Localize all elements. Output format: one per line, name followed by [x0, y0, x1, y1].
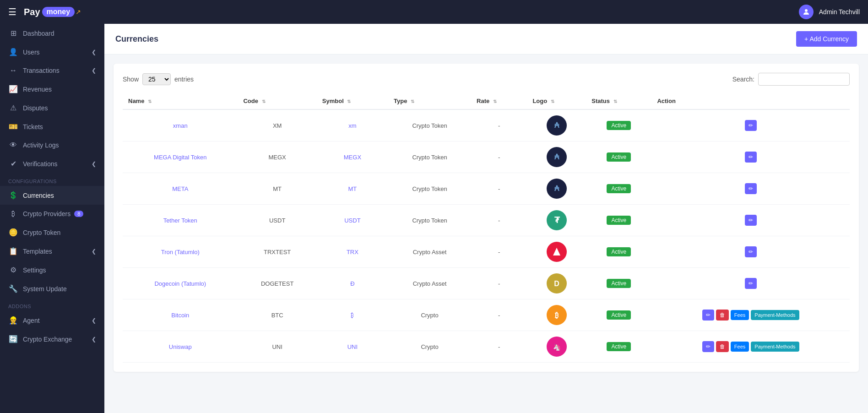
crypto-providers-badge: 8 — [74, 211, 83, 217]
chevron-right-icon: ❮ — [92, 67, 96, 74]
logo-cursor: ↗ — [76, 8, 81, 16]
currency-status: Active — [586, 236, 651, 268]
section-addons: Addons — [0, 298, 104, 311]
page-header: Currencies + Add Currency — [104, 24, 868, 54]
currency-actions: ✏🗑FeesPayment-Methods — [651, 299, 850, 331]
svg-text:₳: ₳ — [554, 185, 559, 192]
edit-button[interactable]: ✏ — [745, 120, 757, 131]
sidebar-item-system-update[interactable]: 🔧 System Update — [0, 279, 104, 298]
currency-type: Crypto — [388, 299, 471, 331]
search-label: Search: — [732, 76, 754, 83]
currency-type: Crypto Token — [388, 141, 471, 173]
sidebar-item-verifications[interactable]: ✔ Verifications ❮ — [0, 154, 104, 173]
sidebar-item-dashboard[interactable]: ⊞ Dashboard — [0, 24, 104, 43]
table-header-row: Name ⇅ Code ⇅ Symbol ⇅ Type ⇅ Rate ⇅ Log… — [123, 93, 850, 109]
currency-type: Crypto Asset — [388, 268, 471, 299]
status-badge: Active — [607, 216, 631, 225]
table-row: META MT MT Crypto Token - ₳ Active ✏ — [123, 173, 850, 205]
transactions-icon: ↔ — [8, 66, 18, 75]
currency-symbol: Đ — [317, 268, 388, 299]
payment-methods-button[interactable]: Payment-Methods — [751, 342, 799, 352]
sort-icon: ⇅ — [347, 99, 351, 104]
users-icon: 👤 — [8, 48, 18, 56]
sidebar-item-templates[interactable]: 📋 Templates ❮ — [0, 242, 104, 261]
sidebar-item-crypto-exchange[interactable]: 🔄 Crypto Exchange ❮ — [0, 330, 104, 348]
sidebar-item-label: Crypto Providers — [23, 210, 71, 217]
sidebar: ⊞ Dashboard 👤 Users ❮ ↔ Transactions ❮ 📈… — [0, 24, 104, 413]
sidebar-item-label: Crypto Exchange — [23, 336, 72, 343]
sidebar-item-disputes[interactable]: ⚠ Disputes — [0, 98, 104, 117]
status-badge: Active — [607, 247, 631, 256]
status-badge: Active — [607, 152, 631, 162]
edit-button[interactable]: ✏ — [745, 215, 757, 226]
currency-symbol: MEGX — [317, 141, 388, 173]
sidebar-item-crypto-token[interactable]: 🪙 Crypto Token — [0, 223, 104, 242]
col-status: Status ⇅ — [586, 93, 651, 109]
add-currency-button[interactable]: + Add Currency — [796, 31, 857, 47]
col-rate: Rate ⇅ — [471, 93, 527, 109]
sidebar-item-crypto-providers[interactable]: ₿ Crypto Providers 8 — [0, 205, 104, 223]
sidebar-item-label: Settings — [23, 266, 46, 274]
sidebar-item-label: Disputes — [23, 104, 48, 112]
delete-button[interactable]: 🗑 — [716, 341, 729, 352]
show-label: Show — [123, 76, 139, 83]
currency-name: Dogecoin (Tatumlo) — [123, 268, 238, 299]
sidebar-item-label: Currencies — [23, 192, 54, 199]
username-label: Admin Techvill — [819, 8, 860, 16]
currencies-table: Name ⇅ Code ⇅ Symbol ⇅ Type ⇅ Rate ⇅ Log… — [123, 93, 850, 363]
currency-actions: ✏ — [651, 173, 850, 205]
table-row: Tether Token USDT USDT Crypto Token - ₮ … — [123, 205, 850, 236]
logo-money: money — [42, 7, 75, 17]
currency-name: Uniswap — [123, 331, 238, 363]
edit-button[interactable]: ✏ — [745, 278, 757, 289]
currency-rate: - — [471, 141, 527, 173]
currency-logo — [527, 236, 586, 268]
currency-name: META — [123, 173, 238, 205]
fees-button[interactable]: Fees — [731, 310, 749, 320]
currency-symbol: xm — [317, 109, 388, 141]
table-row: xman XM xm Crypto Token - ₳ Active ✏ — [123, 109, 850, 141]
currency-name: Tron (Tatumlo) — [123, 236, 238, 268]
sidebar-item-revenues[interactable]: 📈 Revenues — [0, 80, 104, 98]
edit-button[interactable]: ✏ — [745, 152, 757, 163]
disputes-icon: ⚠ — [8, 103, 18, 112]
sidebar-item-users[interactable]: 👤 Users ❮ — [0, 43, 104, 61]
currencies-table-container: Show 25 50 100 entries Search: Name ⇅ Co… — [114, 64, 859, 372]
sidebar-item-agent[interactable]: 👷 Agent ❮ — [0, 311, 104, 330]
currency-logo: ₳ — [527, 173, 586, 205]
col-action: Action — [651, 93, 850, 109]
topbar: ☰ Pay money ↗ Admin Techvill — [0, 0, 868, 24]
fees-button[interactable]: Fees — [731, 342, 749, 352]
svg-text:₿: ₿ — [555, 311, 559, 319]
sidebar-item-activity-logs[interactable]: 👁 Activity Logs — [0, 136, 104, 154]
sidebar-item-currencies[interactable]: 💲 Currencies — [0, 186, 104, 205]
hamburger-menu[interactable]: ☰ — [8, 6, 16, 17]
topbar-right: Admin Techvill — [799, 5, 860, 19]
currency-code: MT — [238, 173, 316, 205]
table-row: Dogecoin (Tatumlo) DOGETEST Đ Crypto Ass… — [123, 268, 850, 299]
edit-button[interactable]: ✏ — [702, 310, 714, 321]
status-badge: Active — [607, 279, 631, 288]
currency-code: TRXTEST — [238, 236, 316, 268]
delete-button[interactable]: 🗑 — [716, 310, 729, 321]
sidebar-item-tickets[interactable]: 🎫 Tickets — [0, 117, 104, 136]
entries-select[interactable]: 25 50 100 — [142, 73, 171, 85]
currency-actions: ✏🗑FeesPayment-Methods — [651, 331, 850, 363]
payment-methods-button[interactable]: Payment-Methods — [751, 310, 799, 320]
edit-button[interactable]: ✏ — [702, 341, 714, 352]
page-title: Currencies — [115, 34, 158, 44]
sidebar-item-transactions[interactable]: ↔ Transactions ❮ — [0, 61, 104, 80]
edit-button[interactable]: ✏ — [745, 183, 757, 194]
search-input[interactable] — [758, 73, 850, 86]
currency-logo: ₳ — [527, 109, 586, 141]
svg-text:₳: ₳ — [554, 121, 559, 129]
svg-text:₳: ₳ — [554, 153, 559, 161]
sidebar-item-settings[interactable]: ⚙ Settings — [0, 261, 104, 279]
currency-logo: ₿ — [527, 299, 586, 331]
currency-actions: ✏ — [651, 141, 850, 173]
status-badge: Active — [607, 121, 631, 130]
edit-button[interactable]: ✏ — [745, 246, 757, 257]
table-controls: Show 25 50 100 entries Search: — [123, 73, 850, 86]
chevron-right-icon: ❮ — [92, 49, 96, 55]
svg-text:🦄: 🦄 — [553, 343, 561, 351]
